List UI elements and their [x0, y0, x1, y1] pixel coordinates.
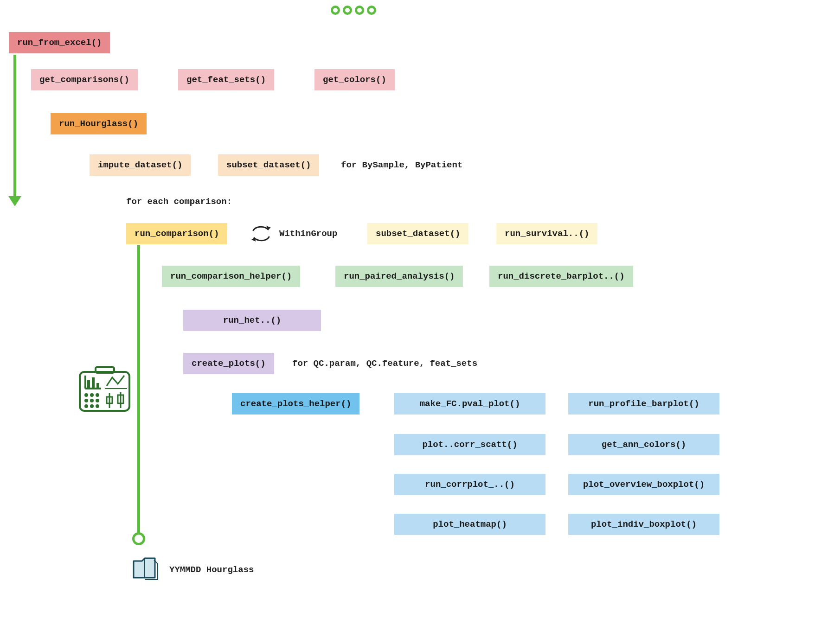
block-plot-indiv-boxplot: plot_indiv_boxplot()	[568, 514, 719, 535]
block-plot-overview-boxplot: plot_overview_boxplot()	[568, 474, 719, 495]
block-run-profile-barplot: run_profile_barplot()	[568, 393, 719, 414]
folder-icon	[132, 556, 160, 582]
block-impute-dataset: impute_dataset()	[90, 154, 191, 176]
block-run-comparison: run_comparison()	[126, 223, 227, 244]
timeline-inner-endpoint	[132, 532, 145, 545]
label-for-each-comparison: for each comparison:	[126, 197, 232, 207]
block-get-ann-colors: get_ann_colors()	[568, 434, 719, 455]
block-run-comparison-helper: run_comparison_helper()	[162, 266, 300, 287]
label-by-sample-patient: for BySample, ByPatient	[341, 160, 462, 170]
block-create-plots: create_plots()	[183, 353, 274, 374]
block-create-plots-helper: create_plots_helper()	[232, 393, 359, 414]
block-subset-dataset-b: subset_dataset()	[367, 223, 468, 244]
block-run-paired-analysis: run_paired_analysis()	[335, 266, 463, 287]
svg-point-8	[84, 393, 88, 397]
diagram-canvas: run_from_excel() get_comparisons() get_f…	[0, 0, 815, 644]
svg-rect-4	[87, 380, 90, 389]
block-get-comparisons: get_comparisons()	[31, 69, 138, 90]
svg-rect-6	[96, 383, 99, 389]
svg-point-13	[96, 399, 99, 402]
label-qc-params: for QC.param, QC.feature, feat_sets	[292, 358, 477, 369]
block-subset-dataset-a: subset_dataset()	[218, 154, 319, 176]
block-plot-corr-scatt: plot..corr_scatt()	[394, 434, 545, 455]
block-plot-heatmap: plot_heatmap()	[394, 514, 545, 535]
svg-rect-5	[92, 377, 95, 389]
swap-arrows-icon	[250, 223, 272, 244]
svg-rect-1	[96, 367, 114, 373]
dashboard-icon	[78, 366, 131, 413]
block-run-from-excel: run_from_excel()	[9, 32, 110, 53]
svg-point-12	[90, 399, 94, 402]
svg-point-9	[90, 393, 94, 397]
timeline-inner	[137, 245, 140, 536]
svg-point-10	[96, 393, 99, 397]
svg-point-14	[84, 404, 88, 408]
svg-point-16	[96, 404, 99, 408]
arrow-outer-head	[8, 196, 21, 206]
svg-point-15	[90, 404, 94, 408]
block-run-het: run_het..()	[183, 310, 321, 331]
block-get-colors: get_colors()	[314, 69, 395, 90]
svg-point-11	[84, 399, 88, 402]
block-run-discrete-barplot: run_discrete_barplot..()	[489, 266, 633, 287]
block-make-fc-pval-plot: make_FC.pval_plot()	[394, 393, 545, 414]
block-run-corrplot: run_corrplot_..()	[394, 474, 545, 495]
arrow-outer	[13, 55, 16, 197]
block-get-feat-sets: get_feat_sets()	[178, 69, 274, 90]
label-within-group: WithinGroup	[279, 229, 337, 239]
block-run-survival: run_survival..()	[496, 223, 597, 244]
header-dots-icon	[331, 6, 376, 15]
label-folder: YYMMDD Hourglass	[169, 565, 254, 575]
block-run-hourglass: run_Hourglass()	[51, 113, 147, 134]
